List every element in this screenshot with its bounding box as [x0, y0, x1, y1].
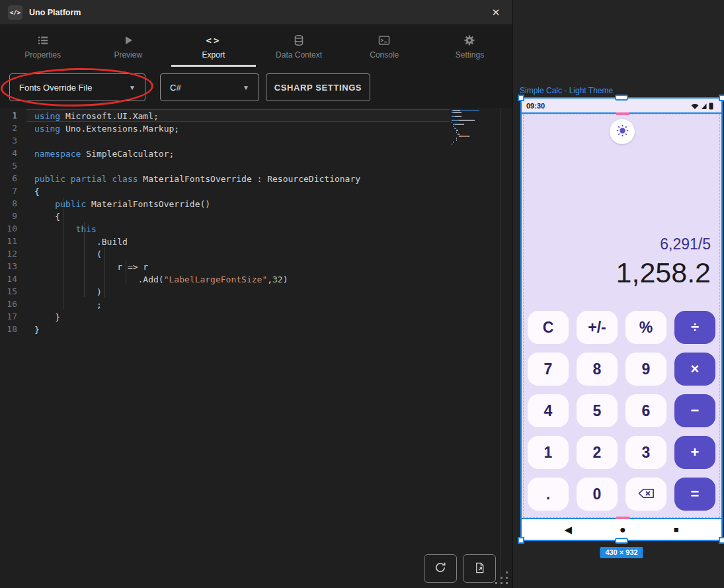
backspace-icon [637, 485, 655, 503]
chevron-down-icon: ▼ [129, 84, 136, 91]
calc-key-decimal[interactable]: . [528, 478, 569, 511]
line-text: { [26, 185, 450, 197]
status-time: 09:30 [526, 102, 545, 110]
language-dropdown[interactable]: C# ▼ [160, 73, 259, 101]
calc-key-1[interactable]: 1 [528, 436, 569, 469]
calc-key-3[interactable]: 3 [625, 436, 666, 469]
phone-frame[interactable]: 09:30 [520, 97, 723, 541]
line-number: 14 [0, 273, 26, 285]
scrollbar-track[interactable] [501, 108, 501, 588]
tab-properties[interactable]: Properties [0, 26, 85, 67]
selection-handle-top-left[interactable] [518, 95, 524, 101]
calc-key-0[interactable]: 0 [577, 478, 618, 511]
calc-key-7[interactable]: 7 [528, 353, 569, 386]
selection-handle-top-right[interactable] [719, 95, 724, 101]
calculator-display: 6,291/5 1,258.2 [616, 234, 711, 290]
close-icon[interactable]: ✕ [489, 5, 503, 20]
minimap[interactable] [452, 110, 479, 146]
code-line: 1using Microsoft.UI.Xaml; [0, 109, 450, 122]
csharp-settings-button[interactable]: CSHARP SETTINGS [266, 73, 370, 101]
calc-key-divide[interactable]: ÷ [674, 311, 715, 344]
line-number: 2 [0, 122, 26, 134]
line-number: 10 [0, 222, 26, 235]
home-icon[interactable]: ● [620, 524, 626, 536]
line-text: using Microsoft.UI.Xaml; [26, 109, 450, 122]
line-number: 6 [0, 172, 26, 185]
code-editor[interactable]: 1using Microsoft.UI.Xaml;2using Uno.Exte… [0, 108, 512, 588]
calc-key-minus[interactable]: − [674, 394, 715, 427]
resize-grip[interactable] [495, 571, 510, 586]
minimap-line [452, 140, 479, 141]
tab-preview[interactable]: Preview [85, 26, 171, 67]
code-line: 2using Uno.Extensions.Markup; [0, 122, 450, 134]
uno-platform-window: </> Uno Platform ✕ PropertiesPreview<>Ex… [0, 0, 512, 588]
calc-key-4[interactable]: 4 [528, 394, 569, 427]
calc-key-multiply[interactable]: × [674, 353, 715, 386]
battery-icon [709, 103, 713, 109]
minimap-line [452, 144, 479, 145]
line-text: ; [26, 298, 450, 310]
line-number: 13 [0, 260, 26, 273]
data-context-icon [293, 34, 305, 47]
selection-handle-pink-top[interactable] [616, 112, 629, 115]
selection-handle-top-center[interactable] [615, 95, 628, 101]
calc-key-plus[interactable]: + [674, 436, 715, 469]
calc-key-8[interactable]: 8 [577, 353, 618, 386]
theme-toggle-button[interactable] [610, 119, 635, 144]
code-line: 10 this [0, 222, 450, 235]
line-text: using Uno.Extensions.Markup; [26, 122, 450, 134]
line-number: 5 [0, 159, 26, 172]
tab-console[interactable]: Console [342, 26, 427, 67]
selection-handle-bottom-right[interactable] [719, 537, 724, 544]
minimap-line [452, 136, 479, 137]
indent-guide [63, 197, 63, 310]
line-number: 3 [0, 134, 26, 147]
export-file-button[interactable] [463, 554, 496, 583]
minimap-line [452, 122, 479, 123]
code-line: 5 [0, 159, 450, 172]
line-text: { [26, 210, 450, 222]
tab-data-context[interactable]: Data Context [257, 26, 342, 67]
calc-key-9[interactable]: 9 [625, 353, 666, 386]
calc-key-clear[interactable]: C [528, 311, 569, 344]
file-type-dropdown[interactable]: Fonts Override File ▼ [9, 73, 145, 101]
tab-settings[interactable]: Settings [427, 26, 512, 67]
android-nav-bar: ◀ ● ■ [522, 519, 721, 540]
calc-key-plus-minus[interactable]: +/- [577, 311, 618, 344]
signal-icon [702, 103, 707, 109]
refresh-button[interactable] [424, 554, 457, 583]
line-text: ) [26, 285, 450, 298]
tab-label: Export [202, 50, 225, 60]
back-icon[interactable]: ◀ [564, 524, 572, 536]
calc-key-5[interactable]: 5 [577, 394, 618, 427]
recent-icon[interactable]: ■ [674, 525, 679, 534]
line-text: .Build [26, 235, 450, 247]
code-line: 14 .Add("LabelLargeFontSize",32) [0, 273, 450, 285]
line-text [26, 134, 450, 147]
minimap-line [452, 116, 479, 117]
selection-handle-bottom-left[interactable] [518, 537, 524, 544]
calc-key-equals[interactable]: = [674, 478, 715, 511]
calc-key-6[interactable]: 6 [625, 394, 666, 427]
line-number: 12 [0, 247, 26, 260]
line-number: 17 [0, 310, 26, 323]
indent-guide [126, 260, 126, 284]
minimap-line [452, 132, 479, 133]
tab-export[interactable]: <>Export [171, 26, 256, 67]
calc-key-percent[interactable]: % [625, 311, 666, 344]
line-number: 8 [0, 197, 26, 210]
selection-handle-bottom-center[interactable] [615, 538, 628, 544]
line-text [26, 159, 450, 172]
minimap-line [452, 138, 479, 139]
calc-key-2[interactable]: 2 [577, 436, 618, 469]
minimap-line [452, 110, 479, 111]
status-bar: 09:30 [522, 99, 721, 112]
calc-key-backspace[interactable] [625, 478, 666, 511]
tab-label: Settings [456, 50, 484, 60]
line-text: .Add("LabelLargeFontSize",32) [26, 273, 450, 285]
tab-bar: PropertiesPreview<>ExportData ContextCon… [0, 26, 512, 67]
device-label[interactable]: Simple Calc - Light Theme [520, 86, 613, 95]
minimap-line [452, 130, 479, 131]
window-titlebar: </> Uno Platform ✕ [0, 0, 512, 25]
minimap-line [452, 128, 479, 129]
